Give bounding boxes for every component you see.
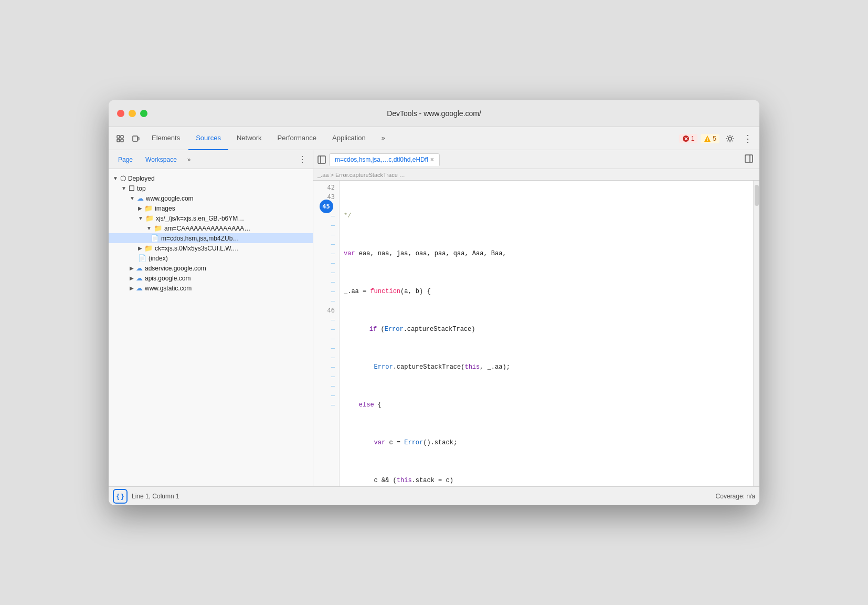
arrow-ck: ▶ [138,245,142,251]
device-icon[interactable] [129,131,143,146]
tree-item-deployed[interactable]: ▼ ⬡ Deployed [109,173,313,183]
toolbar-right: ✕ 1 ! 5 ⋮ [679,131,755,146]
tree-label-deployed: Deployed [128,175,155,182]
ln-46: 46 [313,306,339,315]
sidebar-menu-icon[interactable]: ⋮ [296,152,309,166]
svg-rect-1 [121,135,123,138]
error-badge[interactable]: ✕ 1 [679,134,698,143]
tab-elements[interactable]: Elements [144,127,187,150]
tree-item-apis[interactable]: ▶ ☁ apis.google.com [109,273,313,283]
breadcrumb-bar: _.aa > Error.captureStackTrace … [313,169,759,181]
svg-rect-2 [117,139,120,142]
svg-rect-13 [745,155,753,162]
tab-network[interactable]: Network [229,127,269,150]
ln-42: 42 [313,183,339,192]
maximize-button[interactable] [140,110,147,117]
arrow-google: ▼ [130,195,135,201]
tree-item-images[interactable]: ▶ 📁 images [109,203,313,213]
code-line-cst: Error.captureStackTrace(this, _.aa); [344,362,749,372]
format-icon[interactable]: { } [113,489,128,504]
ln-d20: – [313,400,339,410]
arrow-adservice: ▶ [130,265,134,271]
ln-d6: – [313,258,339,268]
tree-item-xjs[interactable]: ▼ 📁 xjs/_/js/k=xjs.s.en_GB.-b6YM… [109,213,313,223]
code-line-varc: var c = Error().stack; [344,438,749,447]
ln-d12: – [313,325,339,334]
ln-d9: – [313,287,339,296]
cloud-icon-adservice: ☁ [136,264,143,272]
arrow-deployed: ▼ [113,175,118,181]
window-title: DevTools - www.google.com/ [387,109,481,118]
tree-item-ck[interactable]: ▶ 📁 ck=xjs.s.0Mx5ys3sCUI.L.W.… [109,243,313,253]
settings-icon[interactable] [723,131,737,146]
arrow-top: ▼ [121,185,126,191]
ln-d8: – [313,277,339,287]
ln-d14: – [313,343,339,353]
arrow-apis: ▶ [130,275,134,281]
tab-application[interactable]: Application [325,127,373,150]
cloud-icon-google: ☁ [137,194,144,202]
svg-rect-4 [133,136,137,141]
tree-item-gstatic[interactable]: ▶ ☁ www.gstatic.com [109,283,313,293]
folder-icon-xjs: 📁 [145,214,154,222]
warn-badge[interactable]: ! 5 [701,134,719,143]
sidebar-tab-page[interactable]: Page [113,154,138,165]
svg-rect-0 [117,135,120,138]
ln-d5: – [313,249,339,258]
tree-item-adservice[interactable]: ▶ ☁ adservice.google.com [109,263,313,273]
code-line-45: _.aa = function(a, b) { [344,287,749,296]
tree-label-apis: apis.google.com [145,275,190,282]
ln-d3: – [313,230,339,239]
tree-label-xjs: xjs/_/js/k=xjs.s.en_GB.-b6YM… [156,215,244,222]
svg-rect-11 [318,156,325,163]
file-icon-mcdos: 📄 [151,234,159,242]
svg-text:✕: ✕ [684,136,688,142]
editor-toggle-icon[interactable] [315,153,328,166]
folder-icon-images: 📁 [144,204,153,212]
file-tab-mcdos[interactable]: m=cdos,hsm,jsa,…c,dtl0hd,eHDfl × [329,153,440,166]
arrow-xjs: ▼ [138,215,143,221]
ln-d4: – [313,239,339,249]
tree-item-google[interactable]: ▼ ☁ www.google.com [109,193,313,203]
ln-d13: – [313,334,339,343]
inspect-icon[interactable] [113,131,128,146]
tree-label-top: top [137,185,146,192]
tree-label-ck: ck=xjs.s.0Mx5ys3sCUI.L.W.… [155,245,239,252]
code-line-else: else { [344,400,749,410]
panel-toggle-right-icon[interactable] [740,152,757,167]
tab-performance[interactable]: Performance [270,127,324,150]
tree-item-top[interactable]: ▼ ☐ top [109,183,313,193]
sidebar: Page Workspace » ⋮ ▼ ⬡ Deployed ▼ ☐ [109,150,313,486]
code-lines: */ var eaa, naa, jaa, oaa, paa, qaa, Aaa… [340,181,753,486]
tree-label-mcdos: m=cdos,hsm,jsa,mb4ZUb… [161,235,239,242]
code-panel: m=cdos,hsm,jsa,…c,dtl0hd,eHDfl × _.aa > … [313,150,759,486]
tree-label-gstatic: www.gstatic.com [145,285,192,292]
code-line-cand: c && (this.stack = c) [344,476,749,485]
arrow-gstatic: ▶ [130,285,134,291]
devtools-window: DevTools - www.google.com/ Elements Sour… [109,100,759,505]
close-button[interactable] [117,110,124,117]
tree-item-index[interactable]: 📄 (index) [109,253,313,263]
sidebar-tab-more[interactable]: » [184,154,194,165]
cloud-icon-gstatic: ☁ [136,284,143,292]
tab-more[interactable]: » [374,127,393,150]
coverage-status: Coverage: n/a [716,493,755,500]
tab-sources[interactable]: Sources [188,127,228,150]
traffic-lights [117,110,147,117]
statusbar: { } Line 1, Column 1 Coverage: n/a [109,486,759,505]
cloud-icon-apis: ☁ [136,274,143,282]
tree-item-mcdos[interactable]: 📄 m=cdos,hsm,jsa,mb4ZUb… [109,233,313,243]
tree-label-google: www.google.com [146,195,194,202]
file-tab-close[interactable]: × [430,156,434,163]
code-editor[interactable]: 42 43 45 – – – – – – – – – – 46 [313,181,759,486]
tree-item-am[interactable]: ▼ 📁 am=CAAAAAAAAAAAAAAA… [109,223,313,233]
svg-point-10 [728,137,732,140]
file-tab-label: m=cdos,hsm,jsa,…c,dtl0hd,eHDfl [335,156,428,163]
more-options-icon[interactable]: ⋮ [740,131,755,146]
scrollbar-thumb[interactable] [755,185,759,206]
scrollbar-vertical[interactable] [753,181,759,486]
sidebar-tab-workspace[interactable]: Workspace [140,154,182,165]
code-line-if: if (Error.captureStackTrace) [344,325,749,334]
minimize-button[interactable] [129,110,136,117]
tree-label-adservice: adservice.google.com [145,265,206,272]
